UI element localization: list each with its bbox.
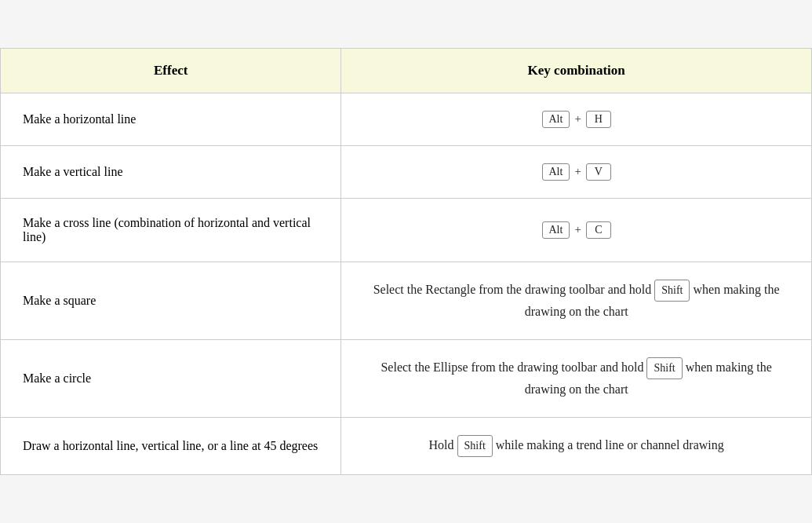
effect-cell-trend-line: Draw a horizontal line, vertical line, o…: [1, 417, 341, 474]
effect-cell-square: Make a square: [1, 262, 341, 339]
keyboard-shortcuts-table: Effect Key combination Make a horizontal…: [0, 48, 812, 475]
key-separator: +: [574, 223, 581, 236]
effect-cell-vertical-line: Make a vertical line: [1, 145, 341, 198]
table-row: Make a horizontal lineAlt+H: [1, 93, 811, 145]
key-cell-vertical-line: Alt+V: [341, 145, 811, 198]
key-cell-trend-line: Hold Shift while making a trend line or …: [341, 417, 811, 474]
effect-cell-horizontal-line: Make a horizontal line: [1, 93, 341, 145]
key-cell-horizontal-line: Alt+H: [341, 93, 811, 145]
key-description: Select the Ellipse from the drawing tool…: [363, 357, 789, 400]
key-cell-square: Select the Rectangle from the drawing to…: [341, 262, 811, 339]
key-separator: +: [574, 112, 581, 126]
keyboard-key: Alt: [542, 221, 570, 239]
table-row: Draw a horizontal line, vertical line, o…: [1, 417, 811, 474]
keyboard-key: Alt: [542, 111, 570, 128]
effect-label: Make a vertical line: [23, 165, 123, 178]
key-combination-header: Key combination: [341, 49, 811, 93]
effect-cell-circle: Make a circle: [1, 339, 341, 417]
table-row: Make a vertical lineAlt+V: [1, 145, 811, 198]
table-row: Make a circleSelect the Ellipse from the…: [1, 339, 811, 417]
keyboard-key: C: [586, 221, 611, 239]
key-description: Hold Shift while making a trend line or …: [363, 435, 789, 457]
table-row: Make a cross line (combination of horizo…: [1, 198, 811, 262]
key-cell-circle: Select the Ellipse from the drawing tool…: [341, 339, 811, 417]
effect-label: Make a horizontal line: [23, 112, 136, 126]
keyboard-key: Shift: [646, 357, 682, 379]
keyboard-key: Shift: [654, 280, 690, 302]
keyboard-key: Shift: [457, 435, 493, 457]
key-description: Select the Rectangle from the drawing to…: [363, 280, 789, 322]
effect-label: Make a cross line (combination of horizo…: [23, 216, 311, 243]
effect-label: Draw a horizontal line, vertical line, o…: [23, 439, 318, 452]
key-combination: Alt+H: [542, 111, 611, 128]
key-cell-cross-line: Alt+C: [341, 198, 811, 262]
table-row: Make a squareSelect the Rectangle from t…: [1, 262, 811, 339]
key-combination: Alt+C: [542, 221, 611, 239]
table-header-row: Effect Key combination: [1, 49, 811, 93]
keyboard-key: H: [586, 111, 611, 128]
key-separator: +: [574, 165, 581, 178]
effect-label: Make a square: [23, 294, 96, 307]
effect-label: Make a circle: [23, 371, 91, 385]
keyboard-key: V: [586, 163, 611, 181]
keyboard-key: Alt: [542, 163, 570, 181]
effect-header: Effect: [1, 49, 341, 93]
effect-cell-cross-line: Make a cross line (combination of horizo…: [1, 198, 341, 262]
key-combination: Alt+V: [542, 163, 611, 181]
